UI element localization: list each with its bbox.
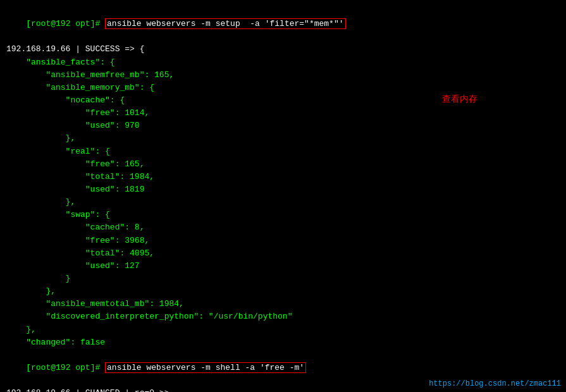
output-line-11: "free": 165, [6, 158, 560, 171]
output-line-4: "ansible_memfree_mb": 165, [6, 69, 560, 82]
output-line-25: "changed": false [6, 336, 560, 349]
output-line-13: "used": 1819 [6, 183, 560, 196]
output-line-19: "used": 127 [6, 260, 560, 273]
output-line-5: "ansible_memory_mb": { [6, 82, 560, 94]
output-line-14: }, [6, 196, 560, 209]
output-line-22: "ansible_memtotal_mb": 1984, [6, 298, 560, 310]
output-line-2: 192.168.19.66 | SUCCESS => { [6, 43, 560, 56]
terminal: [root@192 opt]# ansible webservers -m se… [0, 0, 566, 392]
annotation-memory: 查看内存 [442, 94, 477, 105]
output-line-7: "free": 1014, [6, 107, 560, 119]
output-line-21: }, [6, 285, 560, 298]
output-line-17: "free": 3968, [6, 235, 560, 247]
output-line-3: "ansible_facts": { [6, 56, 560, 69]
prompt-1: [root@192 opt]# [26, 19, 105, 28]
output-line-9: }, [6, 132, 560, 145]
command-box-2: ansible webservers -m shell -a 'free -m' [105, 362, 306, 373]
output-line-24: }, [6, 324, 560, 336]
output-line-16: "cached": 8, [6, 221, 560, 234]
output-line-20: } [6, 273, 560, 285]
command-box-1: ansible webservers -m setup -a 'filter="… [105, 18, 345, 29]
watermark: https://blog.csdn.net/zmac111 [429, 379, 561, 388]
output-line-15: "swap": { [6, 209, 560, 221]
output-line-10: "real": { [6, 145, 560, 158]
prompt-2: [root@192 opt]# [26, 363, 105, 372]
output-line-12: "total": 1984, [6, 171, 560, 183]
output-line-23: "discovered_interpreter_python": "/usr/b… [6, 310, 560, 323]
output-line-18: "total": 4095, [6, 247, 560, 260]
command-line-1: [root@192 opt]# ansible webservers -m se… [6, 5, 560, 43]
output-line-8: "used": 970 [6, 119, 560, 132]
